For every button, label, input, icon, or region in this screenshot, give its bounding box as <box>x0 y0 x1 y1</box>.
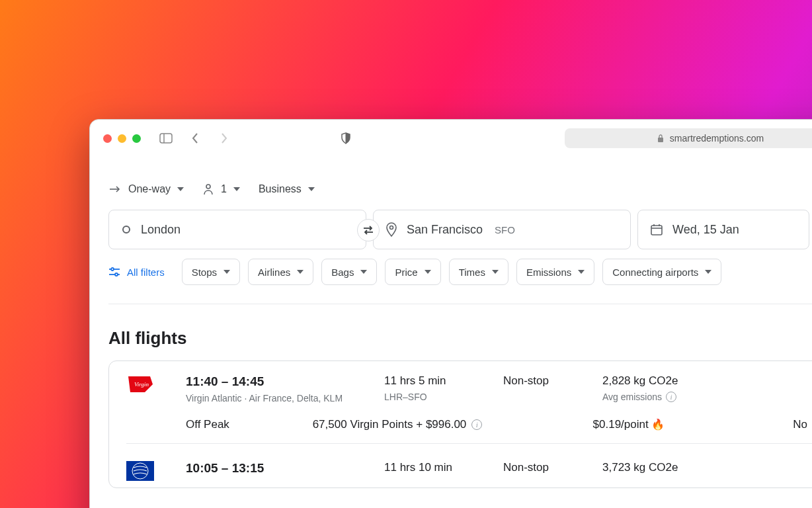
sliders-icon <box>108 267 120 277</box>
flight-row[interactable]: Virgin 11:40 – 14:45 Virgin Atlantic · A… <box>109 361 812 450</box>
info-icon[interactable]: i <box>666 392 676 402</box>
window-controls <box>103 134 141 143</box>
flight-duration: 11 hrs 10 min <box>384 461 503 474</box>
calendar-icon <box>650 223 663 236</box>
chevron-down-icon <box>177 187 184 191</box>
divider <box>108 304 812 304</box>
flight-carriers: Virgin Atlantic · Air France, Delta, KLM <box>186 393 384 403</box>
destination-code: SFO <box>495 224 515 235</box>
filter-chip-stops[interactable]: Stops <box>182 259 240 285</box>
flight-times: 10:05 – 13:15 <box>186 461 384 476</box>
filter-chip-connecting[interactable]: Connecting airports <box>602 259 721 285</box>
svg-rect-0 <box>160 134 172 143</box>
results-heading: All flights <box>108 328 812 349</box>
all-filters-label: All filters <box>127 267 165 278</box>
filter-chip-times[interactable]: Times <box>449 259 508 285</box>
svg-point-8 <box>390 226 393 230</box>
date-value: Wed, 15 Jan <box>672 223 739 237</box>
browser-window: smartredemptions.com One-way 1 Business <box>89 119 812 508</box>
swap-icon <box>362 226 375 235</box>
fullscreen-icon[interactable] <box>132 134 141 143</box>
date-field[interactable]: Wed, 15 Jan <box>637 210 809 249</box>
minimize-icon[interactable] <box>118 134 126 143</box>
filter-chip-emissions[interactable]: Emissions <box>516 259 594 285</box>
flight-route: LHR–SFO <box>384 392 503 402</box>
chevron-down-icon <box>705 270 711 274</box>
lock-icon <box>657 134 665 143</box>
svg-rect-2 <box>658 138 663 142</box>
chevron-down-icon <box>308 187 315 191</box>
svg-rect-9 <box>651 226 662 235</box>
origin-value: London <box>141 223 181 237</box>
flight-row[interactable]: 10:05 – 13:15 11 hrs 10 min Non-stop 3,7… <box>109 450 812 487</box>
filter-chip-airlines[interactable]: Airlines <box>248 259 313 285</box>
chevron-down-icon <box>223 270 230 274</box>
flight-emissions: 2,828 kg CO2e <box>602 374 748 388</box>
fire-icon: 🔥 <box>651 419 665 430</box>
all-filters-button[interactable]: All filters <box>108 259 174 285</box>
search-inputs-row: London San Francisco SFO Wed, 15 Jan <box>108 210 812 249</box>
flight-stops: Non-stop <box>503 374 602 388</box>
info-icon[interactable]: i <box>471 419 482 430</box>
svg-point-5 <box>123 226 130 233</box>
flight-duration: 11 hrs 5 min <box>384 374 503 388</box>
flights-list: Virgin 11:40 – 14:45 Virgin Atlantic · A… <box>108 360 812 488</box>
chevron-down-icon <box>233 187 240 191</box>
cabin-label: Business <box>259 183 302 195</box>
peak-label: Off Peak <box>186 418 265 431</box>
titlebar: smartredemptions.com <box>90 120 812 157</box>
flight-times: 11:40 – 14:45 <box>186 374 384 389</box>
extra-col: No <box>728 418 807 431</box>
forward-button[interactable] <box>215 129 233 148</box>
points-line: 67,500 Virgin Points + $996.00 <box>313 418 467 431</box>
chevron-down-icon <box>297 270 304 274</box>
trip-type-select[interactable]: One-way <box>108 183 184 195</box>
filter-chip-price[interactable]: Price <box>385 259 440 285</box>
close-icon[interactable] <box>103 134 112 143</box>
pin-icon <box>386 222 397 237</box>
circle-icon <box>121 224 132 235</box>
person-icon <box>202 183 214 195</box>
origin-field[interactable]: London <box>108 210 366 249</box>
chevron-down-icon <box>578 270 585 274</box>
privacy-shield-icon[interactable] <box>337 129 355 148</box>
airline-logo-united <box>126 461 154 481</box>
search-options-row: One-way 1 Business <box>108 183 812 195</box>
chevron-down-icon <box>360 270 367 274</box>
sidebar-toggle-icon[interactable] <box>157 129 175 148</box>
destination-value: San Francisco <box>407 223 483 237</box>
rate-value: $0.19/point <box>593 418 649 431</box>
airline-logo-virgin: Virgin <box>126 374 154 394</box>
arrow-right-icon <box>108 186 122 192</box>
chevron-down-icon <box>425 270 431 274</box>
flight-emissions: 3,723 kg CO2e <box>602 461 748 474</box>
svg-point-4 <box>206 185 210 189</box>
cabin-select[interactable]: Business <box>259 183 315 195</box>
destination-field[interactable]: San Francisco SFO <box>373 210 631 249</box>
page-content: One-way 1 Business London <box>90 183 812 488</box>
url-text: smartredemptions.com <box>670 133 764 144</box>
flight-stops: Non-stop <box>503 461 602 474</box>
back-button[interactable] <box>186 129 204 148</box>
address-bar[interactable]: smartredemptions.com <box>565 128 812 148</box>
reward-row: Off Peak 67,500 Virgin Points + $996.00 … <box>126 418 812 431</box>
swap-button[interactable] <box>357 219 380 241</box>
chevron-down-icon <box>492 270 499 274</box>
filter-chips-row: All filters Stops Airlines Bags Price Ti… <box>108 259 812 285</box>
svg-text:Virgin: Virgin <box>134 381 149 388</box>
svg-point-16 <box>115 273 118 276</box>
svg-point-14 <box>111 268 114 271</box>
passenger-count: 1 <box>221 183 227 195</box>
trip-type-label: One-way <box>128 183 171 195</box>
filter-chip-bags[interactable]: Bags <box>321 259 377 285</box>
emissions-note: Avg emissions <box>602 392 662 402</box>
passenger-select[interactable]: 1 <box>202 183 240 195</box>
